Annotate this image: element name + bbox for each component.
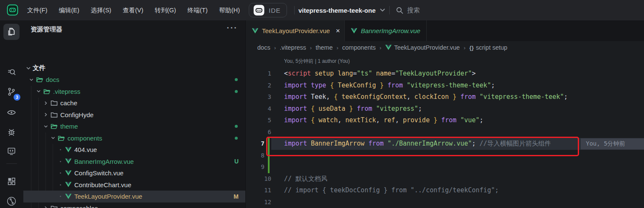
- git-modified-dot: [235, 90, 238, 93]
- tab-bannerimgarrow[interactable]: BannerImgArrow.vue: [345, 20, 427, 41]
- line-text: import type { TeekConfig } from "vitepre…: [284, 80, 495, 92]
- vue-file-icon: [65, 170, 72, 176]
- vue-file-icon: [252, 28, 259, 34]
- line-number: 9: [246, 161, 271, 173]
- folder-icon: [43, 88, 51, 95]
- vue-file-icon: [65, 158, 72, 164]
- chevron-right-icon[interactable]: [42, 112, 49, 117]
- tree-item-components[interactable]: components: [23, 132, 245, 144]
- tree-item-contributechart.vue[interactable]: ContributeChart.vue: [23, 179, 245, 191]
- code-line-2[interactable]: 2import type { TeekConfig } from "vitepr…: [246, 80, 644, 92]
- breadcrumb-item-3[interactable]: components: [342, 44, 376, 51]
- app-logo-icon[interactable]: [7, 4, 18, 16]
- tree-item-configswitch.vue[interactable]: ConfigSwitch.vue: [23, 167, 245, 179]
- search-placeholder: 搜索: [407, 6, 420, 14]
- project-switcher[interactable]: vitepress-theme-teek-one: [298, 0, 385, 20]
- codelens-blame[interactable]: You, 5分钟前 | 1 author (You): [284, 58, 350, 65]
- folder-icon: [36, 76, 43, 83]
- code-line-9[interactable]: 9: [246, 161, 644, 173]
- activitybar-preview[interactable]: [3, 104, 20, 121]
- menu-item-5[interactable]: 终端(T): [187, 6, 208, 14]
- activitybar-explorer[interactable]: [3, 24, 20, 40]
- code-line-10[interactable]: 10// 默认文档风: [246, 173, 644, 185]
- bug-icon: [6, 127, 17, 137]
- chevron-down-icon[interactable]: [28, 78, 35, 82]
- tree-item-composables[interactable]: composables: [23, 202, 245, 208]
- activitybar-divider: [6, 163, 17, 164]
- line-number: 10: [246, 173, 271, 185]
- chevron-right-icon[interactable]: [42, 206, 49, 208]
- titlebar-separator: [294, 6, 295, 14]
- title-bar: 文件(F)编辑(E)选择(S)查看(V)转到(G)终端(T)帮助(H) IDE …: [0, 0, 644, 20]
- tree-item-theme[interactable]: theme: [23, 121, 245, 132]
- tree-item-teeklayoutprovider.vue[interactable]: TeekLayoutProvider.vueM: [23, 191, 245, 202]
- code-line-4[interactable]: 4import { useData } from "vitepress";: [246, 103, 644, 115]
- line-number: 3: [246, 91, 271, 103]
- tab-close-icon[interactable]: ×: [336, 27, 340, 35]
- activitybar-repo[interactable]: [3, 193, 20, 208]
- braces-icon: {}: [470, 45, 474, 51]
- breadcrumb-item-1[interactable]: .vitepress: [280, 44, 306, 51]
- breadcrumb-item-5[interactable]: {}script setup: [470, 44, 508, 51]
- editor-tab-bar: TeekLayoutProvider.vue × BannerImgArrow.…: [246, 20, 644, 41]
- code-line-8[interactable]: 8: [246, 150, 644, 162]
- line-text: import { watch, nextTick, ref, provide }…: [284, 115, 484, 126]
- search-icon: [396, 7, 403, 14]
- explorer-sidebar: 资源管理器 ··· 文件 docs.vitepresscacheConfigHy…: [23, 20, 245, 208]
- tree-item-docs[interactable]: docs: [23, 74, 245, 86]
- code-line-6[interactable]: 6: [246, 126, 644, 138]
- circle-branch-icon: [6, 196, 17, 207]
- tree-item-label: .vitepress: [53, 88, 80, 95]
- screen-code-icon: [6, 146, 17, 156]
- code-line-11[interactable]: 11// import { teekDocConfig } from "../c…: [246, 185, 644, 197]
- code-editor[interactable]: 1<script setup lang="ts" name="TeekLayou…: [246, 68, 644, 208]
- folder-icon: [51, 205, 58, 208]
- chevron-down-icon[interactable]: [35, 89, 42, 93]
- breadcrumb: docs›.vitepress›theme›components›TeekLay…: [246, 41, 644, 54]
- code-line-12[interactable]: 12: [246, 197, 644, 208]
- code-line-3[interactable]: 3import Teek, { teekConfigContext, clock…: [246, 91, 644, 103]
- chevron-down-icon[interactable]: [42, 124, 49, 129]
- tree-item-cache[interactable]: cache: [23, 97, 245, 109]
- tree-item-.vitepress[interactable]: .vitepress: [23, 86, 245, 98]
- extensions-grid-icon: [6, 176, 17, 186]
- code-line-7[interactable]: 7import BannerImgArrow from "./BannerImg…: [246, 138, 644, 150]
- file-bullet: [57, 161, 64, 162]
- line-text: // import { teekDocConfig } from "../con…: [284, 185, 499, 197]
- tree-item-label: components: [67, 135, 102, 142]
- line-number: 4: [246, 103, 271, 115]
- tree-item-bannerimgarrow.vue[interactable]: BannerImgArrow.vueU: [23, 156, 245, 168]
- chevron-right-icon[interactable]: [42, 101, 49, 105]
- tree-item-confighyde[interactable]: ConfigHyde: [23, 109, 245, 121]
- menu-item-1[interactable]: 编辑(E): [59, 6, 79, 14]
- breadcrumb-separator: ›: [380, 45, 381, 51]
- tab-teeklayoutprovider[interactable]: TeekLayoutProvider.vue ×: [246, 20, 345, 41]
- vue-file-icon: [65, 182, 72, 188]
- menu-item-2[interactable]: 选择(S): [91, 6, 111, 14]
- activitybar-debug[interactable]: [3, 124, 20, 140]
- code-line-5[interactable]: 5import { watch, nextTick, ref, provide …: [246, 115, 644, 126]
- menu-item-6[interactable]: 帮助(H): [219, 6, 240, 14]
- global-search-button[interactable]: 搜索: [396, 0, 420, 20]
- menu-item-3[interactable]: 查看(V): [123, 6, 143, 14]
- tree-item-404.vue[interactable]: 404.vue: [23, 144, 245, 156]
- breadcrumb-item-2[interactable]: theme: [315, 44, 332, 51]
- ide-mode-badge[interactable]: IDE: [249, 3, 287, 17]
- line-number: 5: [246, 115, 271, 126]
- explorer-section-files[interactable]: 文件: [23, 62, 245, 74]
- line-text: import Teek, { teekConfigContext, clockI…: [284, 91, 568, 103]
- breadcrumb-item-0[interactable]: docs: [257, 44, 270, 51]
- activitybar-search[interactable]: [3, 64, 20, 80]
- chevron-down-icon[interactable]: [50, 136, 56, 140]
- activitybar-live-preview[interactable]: [3, 143, 20, 159]
- code-line-1[interactable]: 1<script setup lang="ts" name="TeekLayou…: [246, 68, 644, 80]
- tab-label: TeekLayoutProvider.vue: [262, 27, 330, 34]
- more-actions-icon[interactable]: ···: [227, 23, 238, 33]
- menu-item-0[interactable]: 文件(F): [27, 6, 48, 14]
- activitybar-extensions[interactable]: [3, 173, 20, 189]
- menu-item-4[interactable]: 转到(G): [155, 6, 176, 14]
- titlebar-separator: [389, 6, 390, 14]
- ide-badge-icon: [253, 5, 264, 16]
- activitybar-source-control[interactable]: 3: [3, 84, 20, 100]
- breadcrumb-item-4[interactable]: TeekLayoutProvider.vue: [385, 44, 460, 51]
